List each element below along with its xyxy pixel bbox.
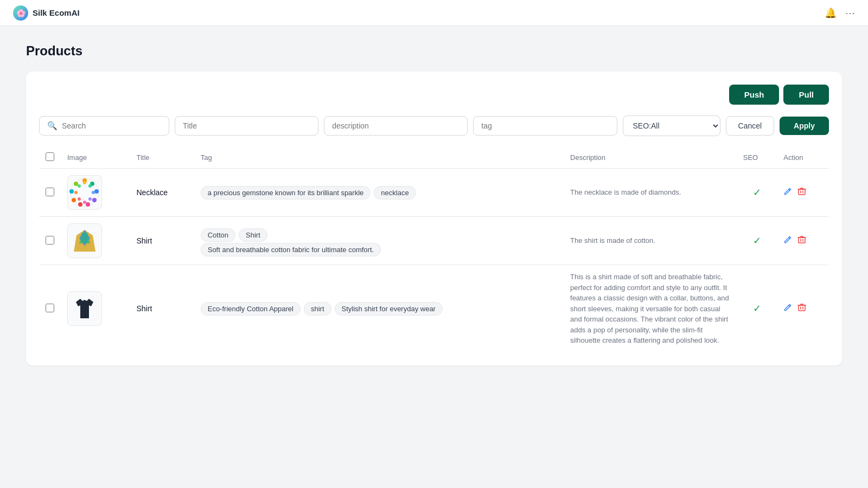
nav-icons: 🔔 ⋯	[825, 7, 855, 19]
col-action: Action	[777, 147, 829, 169]
tag: shirt	[304, 302, 331, 316]
more-icon[interactable]: ⋯	[845, 7, 855, 19]
product-desc-1: The necklace is made of diamonds.	[564, 169, 737, 217]
delete-icon-2[interactable]	[797, 235, 806, 246]
product-image-necklace	[67, 175, 102, 210]
svg-point-14	[83, 201, 86, 204]
svg-point-7	[72, 198, 76, 202]
app-name: Silk EcomAI	[33, 8, 80, 17]
product-image-black-shirt	[67, 291, 102, 326]
search-icon: 🔍	[47, 121, 58, 131]
product-title-2: Shirt	[130, 217, 194, 265]
seo-check-3: ✓	[753, 303, 761, 314]
bell-icon[interactable]: 🔔	[825, 7, 837, 19]
page-title: Products	[26, 43, 842, 59]
tag: necklace	[374, 186, 416, 200]
action-bar-top: Push Pull	[39, 85, 829, 105]
tag: a precious gemstone known for its brilli…	[201, 186, 371, 200]
product-title-3: Shirt	[130, 265, 194, 352]
svg-point-16	[74, 191, 78, 194]
action-icons-1	[783, 187, 822, 198]
push-button[interactable]: Push	[729, 85, 780, 105]
svg-point-10	[83, 181, 86, 184]
search-field-wrapper: 🔍	[39, 116, 169, 136]
svg-point-3	[94, 189, 99, 194]
title-input[interactable]	[175, 116, 318, 136]
svg-point-5	[86, 202, 90, 207]
seo-select[interactable]: SEO:All SEO:Yes SEO:No	[623, 115, 720, 136]
delete-icon-3[interactable]	[797, 303, 806, 314]
logo-icon: 🌸	[13, 5, 28, 21]
svg-point-6	[78, 202, 82, 207]
svg-rect-22	[799, 237, 805, 243]
select-all-checkbox[interactable]	[46, 152, 54, 161]
main-card: Push Pull 🔍 SEO:All SEO:Yes SEO:No Cance…	[26, 72, 842, 365]
seo-check-1: ✓	[753, 187, 761, 198]
product-image-shirt-polygon	[67, 223, 102, 258]
top-nav: 🌸 Silk EcomAI 🔔 ⋯	[0, 0, 868, 26]
seo-check-2: ✓	[753, 235, 761, 246]
page-content: Products Push Pull 🔍 SEO:All SEO:Yes SEO…	[0, 26, 868, 383]
row-checkbox-2[interactable]	[46, 236, 54, 245]
products-table: Image Title Tag Description SEO Action	[39, 147, 829, 352]
tag: Shirt	[239, 228, 267, 242]
app-logo: 🌸 Silk EcomAI	[13, 5, 80, 21]
svg-point-4	[92, 198, 97, 202]
action-icons-2	[783, 235, 822, 246]
svg-point-8	[69, 189, 74, 194]
col-title: Title	[130, 147, 194, 169]
tag-list-3: Eco-friendly Cotton Apparel shirt Stylis…	[201, 302, 557, 316]
tag-input[interactable]	[473, 116, 617, 136]
svg-point-13	[88, 197, 92, 201]
tag: Soft and breathable cotton fabric for ul…	[201, 243, 381, 256]
delete-icon-1[interactable]	[797, 187, 806, 198]
action-icons-3	[783, 303, 822, 314]
product-title-1: Necklace	[130, 169, 194, 217]
edit-icon-3[interactable]	[783, 303, 792, 314]
description-input[interactable]	[324, 116, 468, 136]
filter-row: 🔍 SEO:All SEO:Yes SEO:No Cancel Apply	[39, 115, 829, 136]
edit-icon-2[interactable]	[783, 235, 792, 246]
cancel-button[interactable]: Cancel	[726, 116, 775, 136]
col-tag: Tag	[194, 147, 564, 169]
search-input[interactable]	[62, 121, 161, 130]
row-checkbox-1[interactable]	[46, 188, 54, 196]
col-seo: SEO	[737, 147, 777, 169]
svg-point-12	[92, 191, 95, 194]
row-checkbox-3[interactable]	[46, 304, 54, 312]
apply-button[interactable]: Apply	[780, 117, 829, 135]
table-row: Shirt Cotton Shirt Soft and breathable c…	[39, 217, 829, 265]
svg-point-15	[78, 197, 81, 201]
edit-icon-1[interactable]	[783, 187, 792, 198]
tag: Cotton	[201, 228, 235, 242]
col-image: Image	[61, 147, 130, 169]
tag-list-1: a precious gemstone known for its brilli…	[201, 186, 557, 200]
tag: Stylish shirt for everyday wear	[335, 302, 443, 316]
svg-point-9	[74, 182, 78, 186]
table-row: Necklace a precious gemstone known for i…	[39, 169, 829, 217]
product-desc-3: This is a shirt made of soft and breatha…	[564, 265, 737, 352]
tag-list-2: Cotton Shirt Soft and breathable cotton …	[201, 228, 557, 254]
table-row: Shirt Eco-friendly Cotton Apparel shirt …	[39, 265, 829, 352]
tag: Eco-friendly Cotton Apparel	[201, 302, 301, 316]
col-description: Description	[564, 147, 737, 169]
svg-rect-18	[799, 189, 805, 195]
svg-point-17	[78, 184, 81, 188]
svg-rect-23	[799, 305, 805, 311]
product-desc-2: The shirt is made of cotton.	[564, 217, 737, 265]
pull-button[interactable]: Pull	[783, 85, 829, 105]
svg-point-11	[88, 184, 92, 188]
